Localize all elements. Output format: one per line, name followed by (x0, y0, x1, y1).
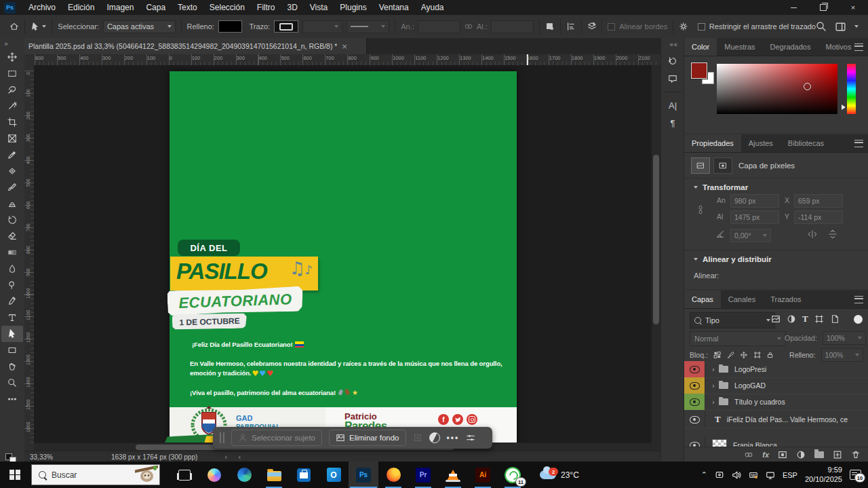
edge-button[interactable] (229, 462, 259, 488)
network-display-icon[interactable] (766, 470, 775, 480)
layers-tab-canales[interactable]: Canales (721, 290, 763, 308)
lock-all-icon[interactable] (766, 351, 774, 359)
premiere-button[interactable]: Pr (408, 462, 438, 488)
panel-menu-icon[interactable] (854, 140, 863, 147)
history-brush-tool[interactable] (1, 212, 23, 228)
vertical-ruler[interactable]: 0100200300400500600700800900100011001200… (24, 65, 35, 443)
menu-texto[interactable]: Texto (172, 0, 203, 15)
photoshop-taskbar-button[interactable]: Ps (349, 462, 378, 488)
weather-widget[interactable]: 2 23°C (540, 470, 579, 480)
tool-preset-caret-icon[interactable] (42, 25, 46, 28)
brush-tool[interactable] (1, 179, 23, 195)
edit-toolbar-icon[interactable] (1, 391, 23, 407)
lock-position-icon[interactable] (740, 351, 748, 359)
path-selection-tool[interactable] (1, 326, 23, 342)
properties-tab-ajustes[interactable]: Ajustes (741, 134, 781, 152)
menu-ayuda[interactable]: Ayuda (415, 0, 450, 15)
hand-tool[interactable] (1, 358, 23, 375)
crop-tool[interactable] (1, 114, 23, 130)
lock-artboard-icon[interactable] (753, 351, 762, 359)
adjustment-icon[interactable] (429, 432, 440, 443)
copilot-button[interactable] (199, 462, 229, 488)
rectangle-shape-tool[interactable] (1, 342, 23, 358)
menu-filtro[interactable]: Filtro (251, 0, 281, 15)
firefox-button[interactable] (378, 462, 408, 488)
blur-tool[interactable] (1, 261, 23, 277)
gear-icon[interactable] (679, 22, 688, 31)
start-button[interactable] (0, 462, 30, 488)
microsoft-store-button[interactable] (289, 462, 319, 488)
menu-imagen[interactable]: Imagen (100, 0, 140, 15)
lock-transparency-icon[interactable] (713, 351, 722, 359)
toolbar-collapse-icon[interactable]: » (4, 40, 24, 48)
close-tab-icon[interactable]: × (341, 42, 347, 51)
new-group-icon[interactable] (814, 451, 824, 458)
workspace-switcher-icon[interactable] (835, 21, 846, 33)
file-explorer-button[interactable] (259, 462, 289, 488)
character-panel-icon[interactable]: A| (661, 96, 684, 114)
drag-handle-icon[interactable] (220, 432, 224, 443)
menu-vista[interactable]: Vista (304, 0, 334, 15)
layer-row-titulo-y-cuadros[interactable]: ›Título y cuadros (684, 394, 868, 411)
path-alignment-icon[interactable] (566, 22, 576, 31)
lasso-tool[interactable] (1, 81, 23, 98)
dodge-tool[interactable] (1, 277, 23, 293)
layer-styles-icon[interactable]: fx (762, 451, 769, 459)
illustrator-button[interactable]: Ai (468, 462, 498, 488)
restore-button[interactable] (808, 0, 838, 15)
path-operations-icon[interactable] (545, 22, 555, 31)
foreground-color-well[interactable] (691, 62, 707, 79)
close-button[interactable]: × (838, 0, 868, 15)
fill-swatch[interactable] (218, 20, 243, 33)
flip-horizontal-icon[interactable] (808, 229, 817, 239)
color-tab-muestras[interactable]: Muestras (717, 38, 762, 56)
vertical-scrollbar[interactable] (651, 65, 661, 443)
layer-visibility-toggle[interactable] (684, 377, 705, 394)
outlook-button[interactable]: O (319, 462, 349, 488)
history-panel-icon[interactable] (661, 52, 684, 70)
color-tab-degradados[interactable]: Degradados (763, 38, 818, 56)
align-section-header[interactable]: Alinear y distribuir (694, 255, 772, 263)
clone-stamp-tool[interactable] (1, 195, 23, 212)
type-tool[interactable] (1, 309, 23, 326)
move-tool-preset-icon[interactable] (31, 22, 40, 31)
hue-slider-arrow-icon[interactable] (842, 105, 846, 110)
properties-sliders-icon[interactable] (466, 433, 475, 443)
color-tab-motivos[interactable]: Motivos (818, 38, 859, 56)
hue-slider[interactable] (847, 64, 856, 114)
select-subject-button[interactable]: Seleccionar sujeto (231, 430, 322, 446)
menu-ventana[interactable]: Ventana (373, 0, 415, 15)
poster-document[interactable]: DÍA DEL PASILLO ♫♪ ECUATORIANO 1 DE OCTU… (170, 71, 517, 443)
zoom-tool[interactable] (1, 375, 23, 391)
add-mask-icon[interactable] (778, 450, 787, 459)
stroke-swatch[interactable] (274, 20, 298, 33)
layer-filter-toggle[interactable] (854, 315, 863, 324)
vertical-scrollbar-thumb[interactable] (653, 155, 659, 324)
teams-tray-icon[interactable] (715, 470, 724, 480)
status-prev-icon[interactable]: ‹ (238, 453, 241, 461)
home-icon[interactable] (9, 22, 19, 31)
menu-edicion[interactable]: Edición (62, 0, 100, 15)
tray-overflow-icon[interactable]: ⌃ (701, 470, 707, 479)
pixel-layer-thumb-icon[interactable] (691, 157, 710, 174)
frame-tool[interactable] (1, 130, 23, 147)
menu-plugins[interactable]: Plugins (334, 0, 372, 15)
vlc-button[interactable] (438, 462, 468, 488)
spot-healing-brush-tool[interactable] (1, 163, 23, 179)
expand-group-icon[interactable]: › (712, 366, 715, 373)
menu-archivo[interactable]: Archivo (22, 0, 62, 15)
task-view-button[interactable] (170, 462, 199, 488)
filter-adjustment-icon[interactable] (787, 314, 796, 324)
eyedropper-tool[interactable] (1, 147, 23, 163)
constrain-path-checkbox[interactable] (698, 23, 705, 31)
canvas-viewport[interactable]: DÍA DEL PASILLO ♫♪ ECUATORIANO 1 DE OCTU… (34, 65, 651, 443)
delete-layer-icon[interactable] (851, 450, 861, 459)
rectangular-marquee-tool[interactable] (1, 65, 23, 81)
flip-vertical-icon[interactable] (828, 229, 837, 239)
filter-shape-icon[interactable] (814, 314, 824, 324)
gradient-tool[interactable] (1, 244, 23, 261)
language-indicator[interactable]: ESP (783, 471, 797, 479)
layer-visibility-toggle[interactable] (684, 394, 705, 410)
filter-pixel-icon[interactable] (771, 314, 781, 324)
select-mode-dropdown[interactable]: Capas activas (103, 20, 176, 33)
